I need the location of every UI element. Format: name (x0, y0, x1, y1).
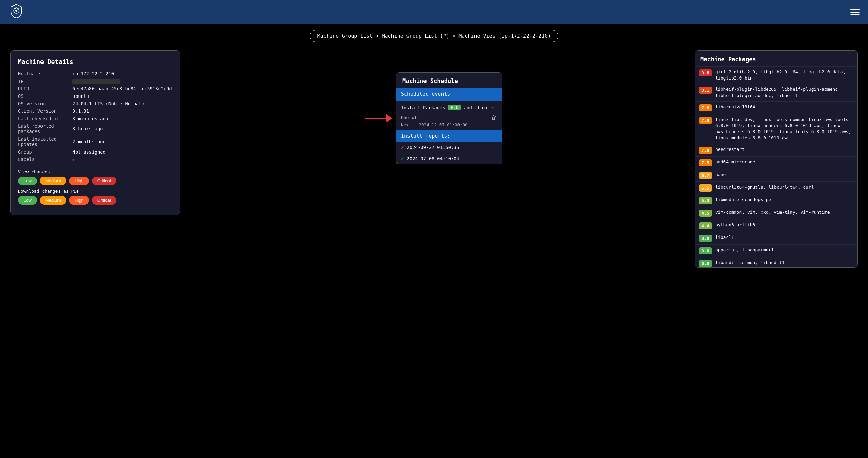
packages-list: 9.8gir1.2-glib-2.0, libglib2.0-t64, libg… (695, 66, 857, 268)
package-row: 7.5amd64-microcode (695, 156, 857, 169)
event-edit-button[interactable]: ✏ (491, 104, 497, 111)
field-label: Group (18, 148, 72, 156)
table-row: UUID 6ec47a80-aaab-45c3-bc84-fcc5913c2e9… (18, 85, 172, 92)
machine-details-title: Machine Details (18, 58, 172, 65)
download-medium-button[interactable]: Medium (40, 196, 66, 205)
download-low-button[interactable]: Low (18, 196, 37, 205)
package-score: 0.0 (699, 260, 712, 267)
machine-packages-panel: Machine Packages 9.8gir1.2-glib-2.0, lib… (695, 50, 858, 268)
field-value: Not assigned (72, 148, 172, 156)
field-label: OS (18, 92, 72, 100)
details-table: Hostname ip-172-22-2-210 IP UUID 6ec47a8… (18, 70, 172, 163)
machine-details-card: Machine Details Hostname ip-172-22-2-210… (10, 50, 180, 215)
table-row: Last reported packages 8 hours ago (18, 122, 172, 135)
packages-title: Machine Packages (695, 51, 857, 66)
download-buttons: Low Medium High Critical (18, 196, 172, 205)
package-row: 0.0apparmor, libapparmor1 (695, 244, 857, 257)
hamburger-menu[interactable] (850, 9, 860, 15)
breadcrumb: Machine Group List > Machine Group List … (310, 30, 558, 42)
package-score: 9.8 (699, 69, 712, 76)
package-row: 0.0libacl1 (695, 232, 857, 244)
table-row: OS version 24.04.1 LTS (Noble Numbat) (18, 100, 172, 107)
package-name: libarchive13t64 (715, 104, 755, 110)
package-row: 6.7nano (695, 169, 857, 181)
package-name: libmodule-scandeps-perl (715, 197, 777, 203)
download-critical-button[interactable]: Critical (92, 196, 116, 205)
package-row: 0.0libaudit-common, libaudit1 (695, 257, 857, 268)
field-value: 8 hours ago (72, 122, 172, 135)
package-score: 6.5 (699, 184, 712, 192)
fail-icon: ✗ (401, 144, 404, 151)
package-score: 7.8 (699, 117, 712, 124)
field-label: IP (18, 77, 72, 85)
ip-masked (72, 79, 120, 84)
event-row-top: Install Packages 0.1 and above ✏ (401, 104, 497, 111)
view-changes-label: View changes (18, 169, 172, 174)
package-score: 7.8 (699, 147, 712, 154)
schedule-title: Machine Schedule (396, 73, 502, 88)
middle-section: Machine Schedule Scheduled events + Inst… (180, 50, 688, 186)
scheduled-events-bar: Scheduled events + (396, 88, 502, 101)
field-value-ip (72, 77, 172, 85)
report-date-fail: 2024-09-27 01:50:35 (407, 145, 459, 150)
field-label: Last reported packages (18, 122, 72, 135)
event-label-suffix: and above (464, 105, 489, 110)
table-row: Group Not assigned (18, 148, 172, 156)
event-label-prefix: Install Packages (401, 105, 445, 110)
event-icons: ✏ (491, 104, 497, 111)
event-type-row: One off 🗑 (396, 113, 502, 122)
report-row-success: ✓ 2024-07-08 04:10:04 (396, 153, 502, 164)
field-value: 2 months ago (72, 135, 172, 148)
field-label: Last installed updates (18, 135, 72, 148)
view-low-button[interactable]: Low (18, 177, 37, 185)
table-row: IP (18, 77, 172, 85)
field-value: 8 minutes ago (72, 115, 172, 122)
field-value: 0.1.31 (72, 107, 172, 115)
package-name: linux-libc-dev, linux-tools-common linux… (715, 117, 853, 141)
field-value: ubuntu (72, 92, 172, 100)
view-changes-buttons: Low Medium High Critical (18, 177, 172, 185)
package-name: vim-common, vim, xxd, vim-tiny, vim-runt… (715, 209, 830, 215)
view-critical-button[interactable]: Critical (92, 177, 116, 185)
field-value: 24.04.1 LTS (Noble Numbat) (72, 100, 172, 107)
download-high-button[interactable]: High (69, 196, 89, 205)
package-score: 6.7 (699, 172, 712, 179)
package-row: 6.5libcurl3t64-gnutls, libcurl4t64, curl (695, 181, 857, 194)
package-row: 7.8needrestart (695, 144, 857, 156)
field-value: 6ec47a80-aaab-45c3-bc84-fcc5913c2e9d (72, 85, 172, 92)
package-name: libacl1 (715, 234, 734, 241)
package-name: libheif-plugin-libde265, libheif-plugin-… (715, 86, 853, 99)
field-label: Client Version (18, 107, 72, 115)
svg-point-1 (15, 10, 17, 12)
report-date-success: 2024-07-08 04:10:04 (407, 156, 459, 161)
view-high-button[interactable]: High (69, 177, 89, 185)
field-label: Hostname (18, 70, 72, 77)
field-value: ip-172-22-2-210 (72, 70, 172, 77)
view-medium-button[interactable]: Medium (40, 177, 66, 185)
download-pdf-label: Download changes as PDF (18, 189, 172, 194)
package-name: nano (715, 172, 726, 178)
field-label: Last checked in (18, 115, 72, 122)
machine-schedule-card: Machine Schedule Scheduled events + Inst… (396, 72, 502, 164)
package-score: 4.5 (699, 210, 712, 217)
package-row: 7.8linux-libc-dev, linux-tools-common li… (695, 114, 857, 144)
package-score: 4.4 (699, 222, 712, 229)
breadcrumb-bar: Machine Group List > Machine Group List … (0, 24, 868, 47)
scheduled-events-label: Scheduled events (401, 91, 450, 97)
event-delete-button[interactable]: 🗑 (490, 114, 497, 121)
success-icon: ✓ (401, 156, 404, 162)
package-score: 0.0 (699, 235, 712, 242)
event-next-row: Next : 2024-12-07 01:00:00 (396, 122, 502, 130)
package-row: 4.5vim-common, vim, xxd, vim-tiny, vim-r… (695, 207, 857, 219)
table-row: Hostname ip-172-22-2-210 (18, 70, 172, 77)
package-name: apparmor, libapparmor1 (715, 247, 774, 253)
header (0, 0, 868, 24)
table-row: Last checked in 8 minutes ago (18, 115, 172, 122)
field-value-labels: ✏ (72, 156, 172, 163)
add-scheduled-event-button[interactable]: + (493, 90, 497, 98)
package-name: python3-urllib3 (715, 222, 755, 228)
install-reports-bar: Install reports: (396, 130, 502, 142)
package-row: 7.8libarchive13t64 (695, 101, 857, 114)
labels-edit-icon[interactable]: ✏ (72, 157, 75, 162)
package-row: 8.1libheif-plugin-libde265, libheif-plug… (695, 84, 857, 101)
